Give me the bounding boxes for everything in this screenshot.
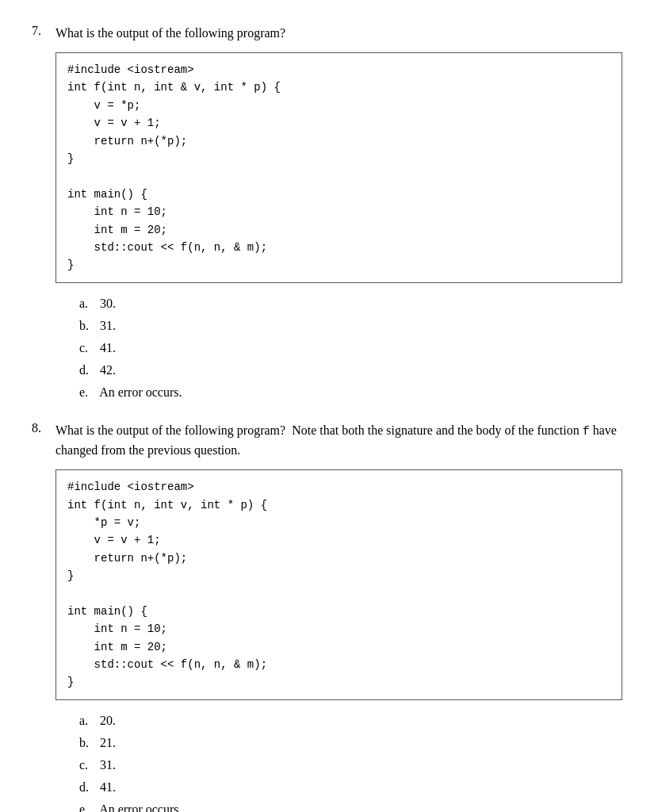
answer-text: 41. bbox=[100, 780, 116, 794]
answer-letter: b. bbox=[79, 733, 97, 753]
list-item: c. 31. bbox=[79, 756, 622, 775]
list-item: a. 30. bbox=[79, 294, 622, 313]
answer-text: 42. bbox=[100, 363, 116, 377]
list-item: d. 42. bbox=[79, 361, 622, 380]
question-8: 8. What is the output of the following p… bbox=[32, 421, 622, 812]
answer-letter: a. bbox=[79, 711, 97, 730]
list-item: c. 41. bbox=[79, 339, 622, 358]
answer-letter: c. bbox=[79, 756, 97, 775]
answer-text: 21. bbox=[100, 736, 116, 749]
question-7-answers: a. 30. b. 31. c. 41. d. 42. e. An error … bbox=[79, 294, 622, 402]
answer-letter: b. bbox=[79, 316, 97, 335]
list-item: e. An error occurs. bbox=[79, 800, 622, 812]
question-7-header: 7. What is the output of the following p… bbox=[32, 24, 622, 43]
answer-text: 20. bbox=[100, 714, 116, 727]
answer-letter: d. bbox=[79, 361, 97, 380]
list-item: a. 20. bbox=[79, 711, 622, 730]
answer-text: 41. bbox=[100, 341, 116, 354]
question-8-text: What is the output of the following prog… bbox=[55, 421, 622, 461]
question-7-text: What is the output of the following prog… bbox=[55, 24, 285, 43]
answer-text: 31. bbox=[100, 758, 116, 772]
question-8-header: 8. What is the output of the following p… bbox=[32, 421, 622, 461]
answer-letter: a. bbox=[79, 294, 97, 313]
answer-letter: e. bbox=[79, 800, 97, 812]
question-8-code: #include <iostream> int f(int n, int v, … bbox=[55, 469, 622, 700]
list-item: e. An error occurs. bbox=[79, 383, 622, 402]
question-8-number: 8. bbox=[32, 421, 55, 435]
answer-text: An error occurs. bbox=[99, 385, 182, 399]
question-7-number: 7. bbox=[32, 24, 55, 38]
question-7-code: #include <iostream> int f(int n, int & v… bbox=[55, 52, 622, 283]
answer-letter: d. bbox=[79, 778, 97, 797]
answer-letter: e. bbox=[79, 383, 97, 402]
answer-letter: c. bbox=[79, 339, 97, 358]
list-item: b. 31. bbox=[79, 316, 622, 335]
list-item: b. 21. bbox=[79, 733, 622, 753]
answer-text: 30. bbox=[100, 297, 116, 310]
question-7: 7. What is the output of the following p… bbox=[32, 24, 622, 402]
inline-code-f: f bbox=[583, 425, 590, 439]
list-item: d. 41. bbox=[79, 778, 622, 797]
answer-text: 31. bbox=[100, 319, 116, 332]
answer-text: An error occurs. bbox=[99, 802, 182, 812]
question-8-answers: a. 20. b. 21. c. 31. d. 41. e. An error … bbox=[79, 711, 622, 812]
